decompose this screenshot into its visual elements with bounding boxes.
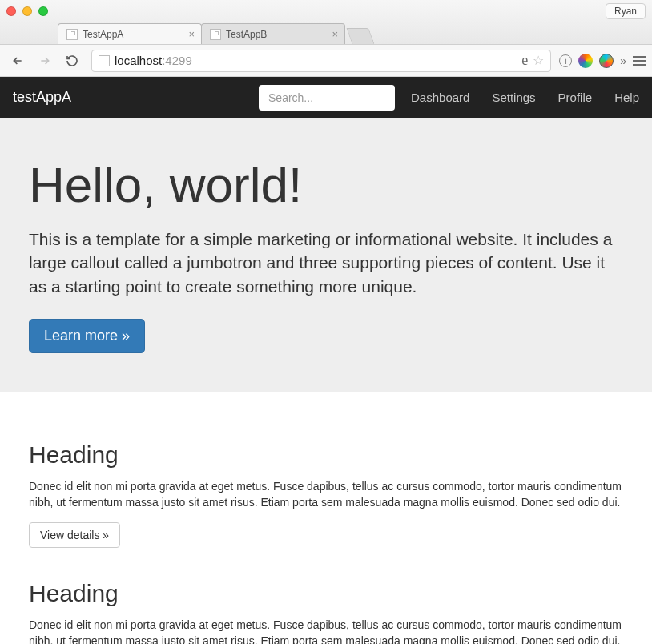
overflow-icon[interactable]: »	[620, 54, 626, 67]
reload-button[interactable]	[61, 50, 83, 72]
reader-mode-icon[interactable]: e	[521, 52, 528, 69]
browser-toolbar: localhost:4299 e ☆ i »	[0, 45, 652, 77]
close-icon[interactable]: ×	[332, 29, 338, 39]
jumbotron-lead: This is a template for a simple marketin…	[29, 227, 623, 298]
traffic-lights	[6, 6, 48, 16]
window-maximize-button[interactable]	[38, 6, 48, 16]
column-body: Donec id elit non mi porta gravida at eg…	[29, 617, 623, 644]
nav-link-profile[interactable]: Profile	[558, 91, 593, 104]
close-icon[interactable]: ×	[188, 29, 195, 39]
back-button[interactable]	[6, 50, 29, 72]
window-close-button[interactable]	[6, 6, 16, 16]
bookmark-star-icon[interactable]: ☆	[533, 53, 544, 68]
url-port: :4299	[162, 54, 192, 67]
tab-strip: TestAppA × TestAppB ×	[0, 22, 652, 44]
browser-tab[interactable]: TestAppB ×	[201, 23, 345, 44]
url-host: localhost	[115, 54, 162, 67]
tab-title: TestAppB	[226, 29, 267, 40]
file-icon	[66, 29, 78, 40]
content-columns: Heading Donec id elit non mi porta gravi…	[0, 392, 652, 644]
extension-icon[interactable]	[578, 54, 593, 68]
nav-link-help[interactable]: Help	[614, 91, 639, 104]
navbar-brand[interactable]: testAppA	[13, 89, 71, 106]
address-bar[interactable]: localhost:4299 e ☆	[91, 50, 551, 72]
titlebar: Ryan	[0, 0, 652, 22]
new-tab-button[interactable]	[346, 28, 374, 44]
extension-icon[interactable]	[599, 54, 614, 68]
menu-icon[interactable]	[633, 56, 646, 66]
page-viewport[interactable]: testAppA Dashboard Settings Profile Help…	[0, 77, 652, 644]
search-input[interactable]	[259, 85, 395, 111]
column-body: Donec id elit non mi porta gravida at eg…	[29, 478, 623, 511]
window-minimize-button[interactable]	[22, 6, 32, 16]
file-icon	[99, 55, 110, 66]
column-heading: Heading	[29, 580, 623, 607]
file-icon	[210, 29, 221, 40]
jumbotron: Hello, world! This is a template for a s…	[0, 118, 652, 392]
app-navbar: testAppA Dashboard Settings Profile Help	[0, 77, 652, 118]
nav-links: Dashboard Settings Profile Help	[411, 91, 639, 104]
forward-button[interactable]	[34, 50, 56, 72]
browser-user-badge[interactable]: Ryan	[606, 3, 646, 19]
extension-row: i »	[559, 54, 646, 68]
jumbotron-title: Hello, world!	[29, 156, 623, 213]
column-heading: Heading	[29, 441, 623, 469]
nav-link-settings[interactable]: Settings	[492, 91, 535, 104]
address-bar-actions: e ☆	[521, 52, 544, 69]
feature-column: Heading Donec id elit non mi porta gravi…	[29, 441, 623, 548]
feature-column: Heading Donec id elit non mi porta gravi…	[29, 580, 623, 644]
nav-link-dashboard[interactable]: Dashboard	[411, 91, 469, 104]
info-icon[interactable]: i	[559, 54, 572, 67]
browser-chrome: Ryan TestAppA × TestAppB ×	[0, 0, 652, 45]
browser-tab[interactable]: TestAppA ×	[58, 23, 202, 44]
view-details-button[interactable]: View details »	[29, 522, 120, 548]
tab-title: TestAppA	[83, 29, 123, 40]
learn-more-button[interactable]: Learn more »	[29, 319, 145, 353]
